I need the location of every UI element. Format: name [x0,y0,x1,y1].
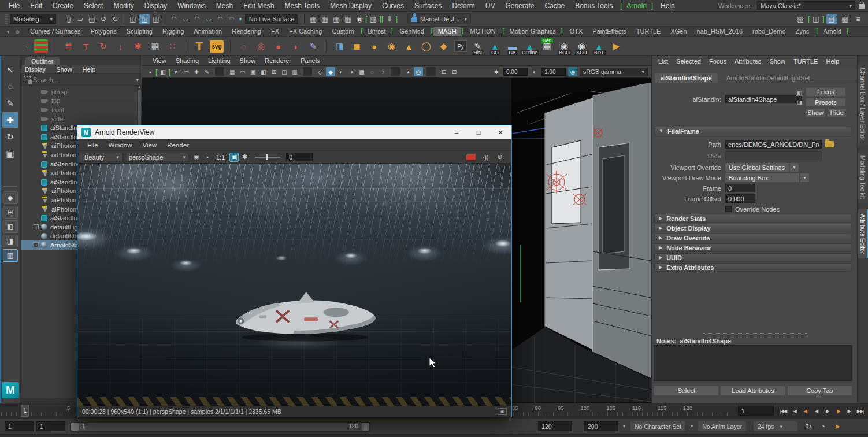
go-to-start-button[interactable]: |◀◀ [778,406,789,416]
menu-item[interactable]: Select [79,0,108,12]
expand-toggle[interactable]: + [34,242,39,247]
expand-toggle[interactable] [34,89,39,94]
outliner-item[interactable]: front [21,105,142,114]
minimize-button[interactable]: – [446,125,468,139]
section-header[interactable]: Extra Attributes [654,263,851,272]
snap-view-plane-icon[interactable]: ◠ [215,14,225,24]
mash-type-icon[interactable]: T [77,38,94,55]
isolate-select-icon[interactable]: ◎ [414,67,423,76]
svg-tool-icon[interactable]: svg [210,40,224,53]
poly-torus-icon[interactable]: ◯ [418,38,435,55]
shelf-tab[interactable]: GenMod [395,27,429,36]
section-header[interactable]: UUID [654,253,851,262]
renderview-menu-item[interactable]: File [82,139,103,151]
expand-toggle[interactable] [34,107,39,112]
shelf-tab[interactable]: FX [266,27,284,36]
viewport-menu-item[interactable]: Lighting [203,55,235,66]
refresh-render-icon[interactable]: ✱ [240,153,249,162]
layout-pane-b[interactable]: ◧ [3,220,18,233]
shelf-tab[interactable]: nab_HSM_2016 [692,27,748,36]
camera-selector[interactable]: perspShape [125,153,189,162]
shelf-tab[interactable]: Rigging [158,27,188,36]
select-hierarchy-icon[interactable]: ◫ [128,14,138,24]
bullet-sphere-icon[interactable]: ● [270,38,287,55]
mash-grid-icon[interactable]: ▦ [147,38,164,55]
section-header[interactable]: Render Stats [654,214,851,223]
attribute-editor-menu-item[interactable]: Attributes [730,55,765,67]
poly-globe-icon[interactable]: ◉ [383,38,400,55]
region-render-icon[interactable]: ▣ [229,153,239,162]
mash-dynamics-icon[interactable]: ✱ [129,38,146,55]
tab-arnoldstandin-default-lightset[interactable]: ArnoldStandInDefaultLightSet [721,73,816,83]
symmetry-icon[interactable]: ▧ [795,14,806,24]
shelf-icon[interactable] [55,39,55,53]
shelf-tab[interactable]: MOTION [466,27,500,36]
render-sequence-icon[interactable]: ▦ [331,14,342,24]
shelf-tab[interactable]: FX Caching [284,27,327,36]
poly-pyramid-icon[interactable]: ▲ [400,38,417,55]
shelf-tab[interactable]: Zync [791,27,814,36]
scale-tool[interactable]: ▣ [2,146,18,161]
menu-item[interactable]: Create [47,0,79,12]
make-live-icon[interactable]: ◠ [227,14,237,24]
range-slider[interactable]: 1 120 [70,421,370,432]
expand-toggle[interactable] [34,134,39,139]
abort-render-icon[interactable] [466,154,476,160]
expand-toggle[interactable] [34,216,39,221]
renderview-menu-item[interactable]: Render [162,139,194,151]
menu-item[interactable]: Arnold [621,0,652,12]
playback-start-field[interactable] [36,421,65,431]
shelf-tab[interactable]: OTX [565,27,588,36]
menu-item[interactable]: Deform [447,0,480,12]
layout-four-diamond[interactable]: ◆ [3,191,18,204]
rotate-tool[interactable]: ↻ [2,129,18,145]
auto-key-icon[interactable]: ➤ [832,421,843,432]
expand-toggle[interactable] [34,179,39,184]
gamma-icon[interactable]: ◐ [530,67,539,76]
viewport-icon[interactable] [303,67,312,76]
snapshot-icon[interactable]: ▣ [498,408,507,415]
layout-pane-c[interactable]: ◨ [3,235,18,247]
mash-waiter-icon[interactable] [34,39,48,53]
safe-title-icon[interactable]: ▥ [290,67,299,76]
expand-toggle[interactable] [34,171,39,176]
2d-pan-zoom-icon[interactable]: ✚ [192,67,201,76]
menu-item[interactable]: Help [655,0,680,12]
view-transform-selector[interactable]: sRGB gamma [580,68,648,76]
shelf-tab[interactable]: robo_Demo [748,27,790,36]
menu-item[interactable]: Edit [25,0,47,12]
poly-sphere-icon[interactable]: ● [366,38,383,55]
image-plane-icon[interactable]: ▭ [181,67,191,76]
snap-point-icon[interactable]: ◠ [192,14,202,24]
current-frame-field[interactable] [738,406,774,416]
shelf-tab[interactable]: PaintEffects [588,27,631,36]
attribute-editor-menu-item[interactable]: Help [822,55,844,67]
camera-attributes-icon[interactable]: ◧ [158,67,168,76]
display-wheel-icon[interactable]: ◔ [202,153,212,162]
section-header[interactable]: Draw Override [654,234,851,242]
folder-browse-icon[interactable] [825,141,834,147]
ipr-render-icon[interactable]: ▦ [320,14,330,24]
expand-toggle[interactable] [34,234,39,239]
expand-toggle[interactable] [34,161,39,166]
menu-item[interactable]: Bonus Tools [570,0,618,12]
mash-distribute-icon[interactable]: ≣ [60,38,77,55]
new-scene-icon[interactable]: ▯ [64,14,74,24]
viewport-icon[interactable] [426,67,436,76]
viewport-icon[interactable] [391,67,400,76]
range-bar[interactable] [71,423,369,431]
search-input[interactable] [33,76,133,84]
select-button[interactable]: Select [654,386,719,396]
shelf-tab-menu-icon[interactable]: ▾ [5,28,12,35]
hik-icon[interactable]: ▦ [840,14,850,24]
shelf-item-popup-icon[interactable]: ○ [23,38,31,55]
menu-item[interactable]: Cache [539,0,570,12]
animation-start-field[interactable] [5,421,34,431]
window-titlebar[interactable]: M Arnold RenderView –□✕ [77,125,511,139]
character-controls-icon[interactable]: ◫ [811,14,821,24]
outliner-item[interactable]: top [21,97,142,106]
shelf-tab[interactable]: XGen [666,27,691,36]
load-attributes-button[interactable]: Load Attributes [720,386,785,396]
redo-icon[interactable]: ↻ [110,14,120,24]
live-surface-field[interactable]: No Live Surface [245,14,298,24]
